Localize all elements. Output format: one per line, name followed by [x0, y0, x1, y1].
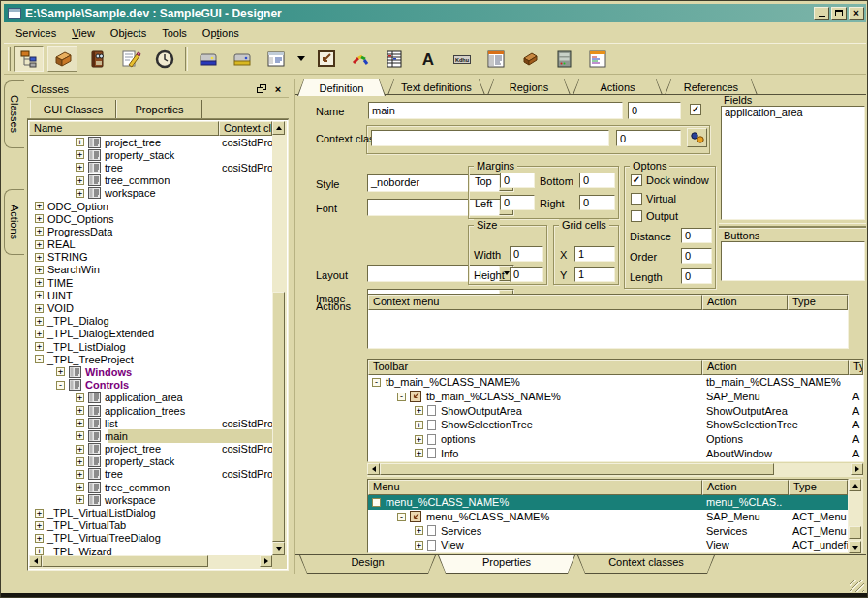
column-header-type[interactable]: Type: [789, 480, 848, 495]
tree-item[interactable]: +project_treecosiStdProje: [29, 443, 272, 456]
toolbar-table-row[interactable]: +InfoAboutWindowA: [368, 446, 863, 460]
order-input[interactable]: [681, 248, 712, 264]
expand-toggle[interactable]: +: [76, 393, 84, 402]
eraser-brown-icon[interactable]: [514, 46, 544, 72]
column-header-action[interactable]: Action: [702, 295, 788, 310]
scroll-thumb[interactable]: [42, 555, 208, 567]
expand-toggle[interactable]: +: [35, 227, 44, 236]
scroll-thumb[interactable]: [849, 526, 861, 539]
expand-toggle[interactable]: +: [76, 176, 84, 185]
menu-table-row[interactable]: -menu_%CLASS_NAME%menu_%CLAS..: [368, 495, 848, 510]
tree-item[interactable]: +tree_common: [29, 481, 272, 493]
expand-toggle[interactable]: +: [76, 138, 84, 146]
expand-toggle[interactable]: -: [35, 355, 44, 363]
column-header-name[interactable]: Name: [29, 121, 219, 136]
tree-item[interactable]: +Windows: [29, 365, 272, 378]
scroll-down-button[interactable]: [272, 542, 285, 555]
expand-toggle[interactable]: +: [76, 457, 84, 466]
tab-text-definitions[interactable]: Text definitions: [388, 79, 485, 95]
titlebar[interactable]: E:\Sample\Sample.dev : SampleGUI - Desig…: [4, 4, 866, 22]
menu-view[interactable]: View: [64, 26, 103, 40]
import-window-icon[interactable]: [311, 46, 341, 72]
tree-item[interactable]: -Controls: [29, 379, 272, 392]
column-header-toolbar[interactable]: Toolbar: [368, 360, 702, 375]
tree-item[interactable]: +application_trees: [29, 404, 272, 417]
bottom-tab-properties[interactable]: Properties: [438, 555, 575, 574]
tab-references[interactable]: References: [665, 79, 758, 95]
tree-item[interactable]: +listcosiStdProje: [29, 417, 272, 429]
table-icon[interactable]: [379, 46, 409, 72]
expand-toggle[interactable]: -: [56, 381, 65, 390]
expand-toggle[interactable]: +: [415, 449, 423, 457]
tree-horizontal-scrollbar[interactable]: [29, 555, 272, 569]
tree-item[interactable]: +main: [29, 429, 272, 442]
tree-item[interactable]: +tree_common: [29, 174, 272, 187]
output-checkbox[interactable]: [631, 210, 642, 222]
tree-item[interactable]: +STRING: [29, 251, 272, 264]
expand-toggle[interactable]: +: [76, 445, 84, 454]
expand-toggle[interactable]: +: [76, 150, 84, 159]
context-class-lookup-button[interactable]: [687, 128, 707, 147]
tree-item[interactable]: +_TPL_ListDialog: [29, 340, 272, 353]
dock-window-checkbox[interactable]: ✓: [631, 174, 642, 186]
tree-item[interactable]: +treecosiStdProje: [29, 468, 272, 481]
margin-top-input[interactable]: [500, 173, 535, 188]
dock-window-option[interactable]: ✓ Dock window: [631, 174, 709, 186]
column-header-menu[interactable]: Menu: [368, 480, 702, 495]
class-tree-icon[interactable]: [14, 46, 44, 72]
float-panel-icon[interactable]: [255, 83, 268, 95]
tab-definition[interactable]: Definition: [297, 79, 386, 96]
resize-grip[interactable]: [850, 580, 864, 592]
expand-toggle[interactable]: +: [76, 470, 84, 479]
maximize-button[interactable]: [831, 7, 847, 20]
column-header-action[interactable]: Action: [702, 360, 849, 375]
ribbon-icon[interactable]: [345, 46, 375, 72]
code-window-icon[interactable]: [582, 46, 612, 72]
expand-toggle[interactable]: +: [415, 541, 423, 550]
close-panel-icon[interactable]: ×: [271, 83, 285, 95]
expand-toggle[interactable]: +: [35, 214, 44, 223]
toolbar-table-row[interactable]: +ShowOutputAreaShowOutputAreaA: [368, 403, 863, 418]
expand-toggle[interactable]: -: [372, 378, 381, 387]
toolbar-table-row[interactable]: +optionsOptionsA: [368, 432, 863, 447]
width-input[interactable]: [510, 246, 543, 262]
minimize-button[interactable]: [814, 7, 829, 20]
expand-toggle[interactable]: +: [415, 526, 423, 535]
tree-item[interactable]: +ODC_Option: [29, 200, 272, 212]
virtual-option[interactable]: Virtual: [631, 193, 676, 205]
list-item[interactable]: application_area: [722, 107, 864, 119]
expand-toggle[interactable]: +: [76, 189, 84, 198]
menu-table-row[interactable]: +ViewViewACT_undefi..: [368, 538, 848, 552]
grid-window-icon[interactable]: [480, 46, 511, 72]
expand-toggle[interactable]: +: [35, 253, 44, 262]
column-header-type[interactable]: Type: [849, 360, 863, 375]
expand-toggle[interactable]: +: [76, 163, 84, 172]
eraser-icon[interactable]: [47, 46, 78, 72]
virtual-checkbox[interactable]: [631, 193, 642, 205]
expand-toggle[interactable]: +: [415, 406, 423, 415]
scroll-down-button[interactable]: [849, 541, 861, 553]
book-icon[interactable]: [81, 46, 111, 72]
scroll-right-button[interactable]: [851, 463, 863, 475]
tree-item[interactable]: +VOID: [29, 301, 272, 314]
tree-item[interactable]: +_TPL_VirtualTreeDialog: [29, 532, 272, 545]
tab-properties-left[interactable]: Properties: [116, 100, 202, 119]
tree-item[interactable]: +ODC_Options: [29, 212, 272, 225]
toolbar-table-horizontal-scrollbar[interactable]: [367, 463, 863, 477]
tree-item[interactable]: +_TPL_Wizard: [29, 545, 272, 555]
expand-toggle[interactable]: +: [35, 534, 44, 543]
toolbar-table-row[interactable]: +ShowSelectionTreeShowSelectionTreeA: [368, 418, 863, 432]
drive-yellow-icon[interactable]: [227, 46, 257, 72]
close-button[interactable]: ×: [849, 7, 864, 20]
scroll-up-button[interactable]: [272, 121, 285, 135]
bottom-tab-context-classes[interactable]: Context classes: [577, 555, 715, 574]
toolbar-dropdown-arrow[interactable]: [294, 46, 307, 72]
clock-icon[interactable]: [149, 46, 179, 72]
server-icon[interactable]: [548, 46, 578, 72]
scroll-left-button[interactable]: [29, 555, 42, 567]
expand-toggle[interactable]: +: [35, 330, 44, 338]
name-number-input[interactable]: [628, 102, 681, 119]
margin-left-input[interactable]: [500, 195, 535, 210]
scroll-thumb[interactable]: [272, 292, 285, 542]
buttons-listbox[interactable]: [721, 241, 865, 281]
